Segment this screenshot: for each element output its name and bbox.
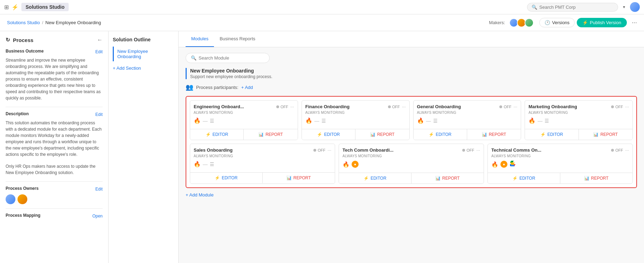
process-owners-edit[interactable]: Edit — [95, 187, 103, 192]
monitoring-label: ALWAYS MONITORING — [194, 111, 294, 115]
module-grid-container: Engineering Onboard... OFF ··· ALWAYS MO… — [186, 96, 637, 188]
editor-bolt-icon: ⚡ — [512, 176, 518, 181]
tab-business-reports[interactable]: Business Reports — [214, 31, 261, 47]
module-more-button[interactable]: ··· — [513, 104, 517, 109]
module-card-technical-comms: Technical Comms On... OFF ··· ALWAYS MON… — [487, 144, 633, 184]
module-card-marketing: Marketing Onboarding OFF ··· ALWAYS MONI… — [525, 100, 633, 140]
add-section-button[interactable]: + Add Section — [113, 64, 174, 72]
add-module-button[interactable]: + Add Module — [186, 190, 637, 200]
editor-button[interactable]: ⚡ EDITOR — [339, 173, 411, 184]
dash-icon: — — [203, 118, 208, 124]
flame-icon: 🔥 — [342, 161, 349, 168]
publish-button[interactable]: ⚡ Publish Version — [577, 18, 627, 27]
search-input[interactable] — [539, 5, 609, 10]
module-more-button[interactable]: ··· — [402, 104, 406, 109]
orange-circle-icon-2: ● — [500, 161, 507, 168]
search-module-bar[interactable]: 🔍 — [186, 53, 270, 63]
module-title-general: General Onboarding — [417, 104, 500, 109]
bolt-icon: ⚡ — [12, 4, 19, 11]
module-more-button[interactable]: ··· — [290, 104, 294, 109]
report-button[interactable]: 📊 REPORT — [355, 129, 409, 140]
editor-button[interactable]: ⚡ EDITOR — [302, 129, 355, 140]
makers-avatars — [509, 18, 534, 27]
report-button[interactable]: 📊 REPORT — [467, 129, 521, 140]
add-participant-button[interactable]: + Add — [241, 85, 253, 90]
report-chart-icon: 📊 — [584, 176, 589, 181]
flame-icon: 🔥 — [491, 161, 498, 168]
clock-icon: 🕐 — [545, 20, 550, 25]
app-title[interactable]: Solutions Studio — [21, 3, 69, 11]
tab-modules[interactable]: Modules — [186, 31, 214, 47]
report-chart-icon: 📊 — [593, 132, 598, 137]
business-outcome-header: Business Outcome Edit — [6, 49, 103, 55]
participants-label: Process participants: — [196, 85, 238, 90]
description-edit[interactable]: Edit — [95, 112, 103, 117]
breadcrumb-current: New Employee Onboarding — [46, 20, 101, 25]
breadcrumb-separator: / — [42, 20, 43, 25]
business-outcome-edit[interactable]: Edit — [95, 49, 103, 54]
report-button[interactable]: 📊 REPORT — [411, 173, 484, 184]
editor-bolt-icon: ⚡ — [363, 176, 369, 181]
more-options-button[interactable]: ··· — [632, 19, 637, 26]
module-more-button[interactable]: ··· — [625, 147, 629, 153]
list-icon: ☰ — [210, 118, 214, 124]
grid-icon[interactable]: ⊞ — [4, 4, 9, 11]
list-icon: ☰ — [321, 118, 326, 124]
report-button[interactable]: 📊 REPORT — [560, 173, 633, 184]
module-more-button[interactable]: ··· — [476, 147, 480, 153]
module-more-button[interactable]: ··· — [625, 104, 629, 109]
owner-avatar-1[interactable] — [6, 194, 15, 204]
module-grid-row-2: Sales Onboarding OFF ··· ALWAYS MONITORI… — [190, 144, 633, 184]
outline-panel: Solution Outline New Employee Onboarding… — [109, 31, 179, 263]
module-card-finance: Finance Onboarding OFF ··· ALWAYS MONITO… — [302, 100, 410, 140]
avatar[interactable] — [630, 2, 640, 12]
section-heading-area: New Employee Onboarding Support new empl… — [186, 68, 637, 79]
report-button[interactable]: 📊 REPORT — [244, 129, 297, 140]
editor-button[interactable]: ⚡ EDITOR — [525, 129, 579, 140]
outline-item[interactable]: New Employee Onboarding — [113, 47, 174, 61]
search-dropdown[interactable]: ▾ — [621, 5, 627, 9]
section-title: New Employee Onboarding — [190, 68, 637, 74]
breadcrumb-bar: Solutions Studio / New Employee Onboardi… — [0, 14, 644, 31]
divider-2 — [6, 181, 103, 182]
module-actions: ⚡ EDITOR 📊 REPORT — [190, 129, 298, 140]
report-button[interactable]: 📊 REPORT — [263, 173, 335, 183]
maker-avatar-3[interactable] — [525, 18, 534, 27]
process-owners-avatars — [6, 194, 103, 204]
business-outcome-label: Business Outcome — [6, 49, 44, 54]
report-chart-icon: 📊 — [258, 132, 264, 137]
owner-avatar-2[interactable] — [18, 194, 27, 204]
back-button[interactable]: ← — [97, 37, 103, 43]
report-chart-icon: 📊 — [435, 176, 441, 181]
editor-button[interactable]: ⚡ EDITOR — [414, 129, 467, 140]
divider-1 — [6, 107, 103, 107]
editor-button[interactable]: ⚡ EDITOR — [488, 173, 560, 184]
search-icon: 🔍 — [532, 5, 537, 10]
editor-bolt-icon: ⚡ — [206, 132, 211, 137]
list-icon: ☰ — [433, 118, 438, 124]
process-owners-label: Process Owners — [6, 186, 39, 191]
participants-row: 👥 Process participants: + Add — [186, 83, 637, 91]
module-more-button[interactable]: ··· — [327, 147, 331, 153]
process-mapping-open[interactable]: Open — [92, 214, 103, 219]
description-content-2: Only HR Ops makers have access to update… — [6, 163, 103, 176]
module-card-general: General Onboarding OFF ··· ALWAYS MONITO… — [413, 100, 521, 140]
status-row: OFF ··· — [276, 104, 294, 109]
flame-icon: 🔥 — [194, 161, 201, 167]
editor-button[interactable]: ⚡ EDITOR — [190, 173, 263, 183]
versions-button[interactable]: 🕐 Versions — [539, 18, 575, 27]
tabs: Modules Business Reports — [186, 31, 637, 47]
orange-circle-icon: ● — [352, 161, 359, 168]
flame-icon: 🔥 — [417, 117, 424, 124]
search-module-input[interactable] — [199, 55, 262, 61]
module-card-engineering: Engineering Onboard... OFF ··· ALWAYS MO… — [190, 100, 298, 140]
breadcrumb-parent[interactable]: Solutions Studio — [7, 20, 40, 25]
flame-icon: 🔥 — [528, 117, 535, 124]
flame-icon: 🔥 — [305, 117, 312, 124]
editor-bolt-icon: ⚡ — [215, 175, 220, 180]
report-button[interactable]: 📊 REPORT — [579, 129, 632, 140]
editor-button[interactable]: ⚡ EDITOR — [190, 129, 244, 140]
global-search[interactable]: 🔍 — [527, 3, 618, 12]
module-card-tech-comm: Tech Comm Onboardi... OFF ··· ALWAYS MON… — [339, 144, 484, 184]
description-content-1: This solution automates the onboarding p… — [6, 120, 103, 158]
